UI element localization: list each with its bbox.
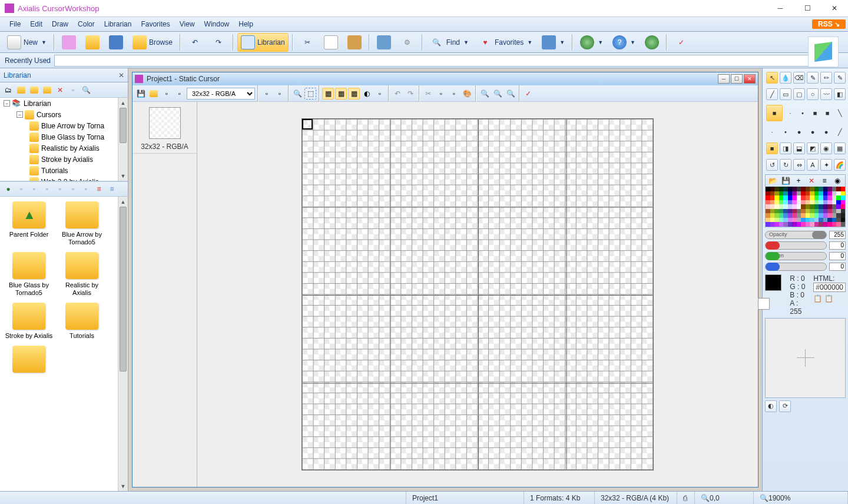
- ellipse-tool[interactable]: ○: [807, 88, 819, 100]
- arrow-tool[interactable]: ↖: [766, 72, 778, 84]
- color-swatch[interactable]: [823, 195, 828, 200]
- color-swatch[interactable]: [766, 200, 770, 205]
- color-swatch[interactable]: [783, 218, 788, 223]
- lib-tool-search[interactable]: 🔍: [80, 84, 92, 96]
- doc-grid-3[interactable]: ▦: [348, 88, 360, 100]
- color-swatch[interactable]: [841, 218, 846, 223]
- color-swatch[interactable]: [779, 209, 784, 214]
- flip-h[interactable]: ⇔: [793, 159, 805, 171]
- doc-grid-5[interactable]: ▫: [374, 88, 386, 100]
- color-swatch[interactable]: [783, 204, 788, 209]
- help-button[interactable]: ?▼: [609, 33, 639, 52]
- color-swatch[interactable]: [814, 218, 819, 223]
- color-swatch[interactable]: [806, 191, 810, 196]
- color-swatch[interactable]: [832, 218, 837, 223]
- color-swatches[interactable]: [766, 187, 845, 227]
- doc-maximize-button[interactable]: ☐: [731, 74, 743, 84]
- color-swatch[interactable]: [774, 195, 779, 200]
- color-swatch[interactable]: [814, 213, 819, 218]
- color-swatch[interactable]: [806, 218, 810, 223]
- collapse-icon[interactable]: −: [4, 100, 10, 107]
- format-thumb[interactable]: 32x32 - RGB/A: [132, 102, 197, 154]
- size-dot-5[interactable]: ╲: [834, 107, 846, 119]
- save-button[interactable]: [105, 33, 127, 52]
- color-swatch[interactable]: [766, 191, 770, 196]
- color-swatch[interactable]: [819, 204, 823, 209]
- cut-button[interactable]: ✂: [297, 33, 318, 52]
- browser-scrollbar[interactable]: ▲▼: [118, 197, 128, 491]
- color-swatch[interactable]: [770, 187, 775, 191]
- html-color-value[interactable]: #000000: [813, 283, 846, 292]
- tree-item[interactable]: Realistic by Axialis: [0, 142, 128, 154]
- color-swatch[interactable]: [836, 191, 841, 196]
- brush-tool[interactable]: ✏: [820, 72, 832, 84]
- color-swatch[interactable]: [770, 222, 775, 227]
- folder-item[interactable]: Stroke by Axialis: [4, 303, 54, 340]
- color-swatch[interactable]: [788, 209, 793, 214]
- color-swatch[interactable]: [832, 204, 837, 209]
- color-swatch[interactable]: [806, 187, 810, 191]
- close-panel-button[interactable]: ✕: [118, 71, 124, 79]
- color-swatch[interactable]: [797, 204, 801, 209]
- color-swatch[interactable]: [819, 213, 823, 218]
- pal-grad[interactable]: ◉: [832, 175, 843, 187]
- color-swatch[interactable]: [827, 200, 832, 205]
- scroll-up-icon[interactable]: ▲: [118, 197, 128, 207]
- color-swatch[interactable]: [779, 213, 784, 218]
- color-swatch[interactable]: [792, 213, 797, 218]
- librarian-button[interactable]: Librarian: [237, 33, 289, 52]
- doc-redo[interactable]: ↷: [405, 88, 416, 100]
- color-swatch[interactable]: [766, 213, 770, 218]
- color-swatch[interactable]: [832, 187, 837, 191]
- text-tool[interactable]: A: [807, 159, 819, 171]
- line-tool[interactable]: ╱: [766, 88, 778, 100]
- color-swatch[interactable]: [814, 204, 819, 209]
- red-slider[interactable]: Red0: [765, 240, 846, 251]
- shape-1[interactable]: ·: [766, 126, 778, 138]
- doc-grid-1[interactable]: ▦: [322, 88, 334, 100]
- format-combo[interactable]: 32x32 - RGB/A: [187, 88, 255, 100]
- color-swatch[interactable]: [770, 204, 775, 209]
- color-swatch[interactable]: [774, 191, 779, 196]
- color-swatch[interactable]: [801, 187, 806, 191]
- color-swatch[interactable]: [783, 200, 788, 205]
- copy-button[interactable]: [320, 33, 342, 52]
- curve-tool[interactable]: 〰: [820, 88, 832, 100]
- web-button[interactable]: ▼: [577, 33, 607, 52]
- recently-used-field[interactable]: [54, 55, 820, 67]
- undo-button[interactable]: ↶: [184, 33, 206, 52]
- color-swatch[interactable]: [788, 191, 793, 196]
- lib-tool-2[interactable]: [15, 84, 27, 96]
- color-swatch[interactable]: [766, 222, 770, 227]
- opacity-value[interactable]: 255: [829, 231, 846, 239]
- display-button[interactable]: ▼: [538, 33, 568, 52]
- green-value[interactable]: 0: [829, 252, 846, 260]
- highlight-tool[interactable]: ✎: [834, 72, 846, 84]
- menu-color[interactable]: Color: [73, 17, 100, 31]
- picker-tool[interactable]: 💧: [780, 72, 791, 84]
- color-swatch[interactable]: [819, 191, 823, 196]
- opacity-slider[interactable]: Opacity255: [765, 230, 846, 240]
- foreground-color[interactable]: [765, 274, 781, 291]
- color-swatch[interactable]: [766, 218, 770, 223]
- shape-5[interactable]: ●: [820, 126, 832, 138]
- color-swatch[interactable]: [836, 204, 841, 209]
- color-swatch[interactable]: [827, 195, 832, 200]
- size-dot-2[interactable]: •: [797, 107, 809, 119]
- color-swatch[interactable]: [832, 195, 837, 200]
- color-swatch[interactable]: [783, 187, 788, 191]
- color-swatch[interactable]: [841, 213, 846, 218]
- color-swatch[interactable]: [779, 195, 784, 200]
- color-swatch[interactable]: [788, 218, 793, 223]
- color-swatch[interactable]: [792, 200, 797, 205]
- background-color[interactable]: [758, 298, 770, 310]
- color-swatch[interactable]: [823, 204, 828, 209]
- color-swatch[interactable]: [823, 187, 828, 191]
- blue-value[interactable]: 0: [829, 263, 846, 271]
- eraser-tool[interactable]: ⌫: [793, 72, 805, 84]
- color-swatch[interactable]: [770, 218, 775, 223]
- menu-window[interactable]: Window: [200, 17, 234, 31]
- doc-zoom-tool[interactable]: 🔍: [292, 88, 303, 100]
- color-swatch[interactable]: [774, 200, 779, 205]
- scroll-thumb[interactable]: [120, 207, 127, 372]
